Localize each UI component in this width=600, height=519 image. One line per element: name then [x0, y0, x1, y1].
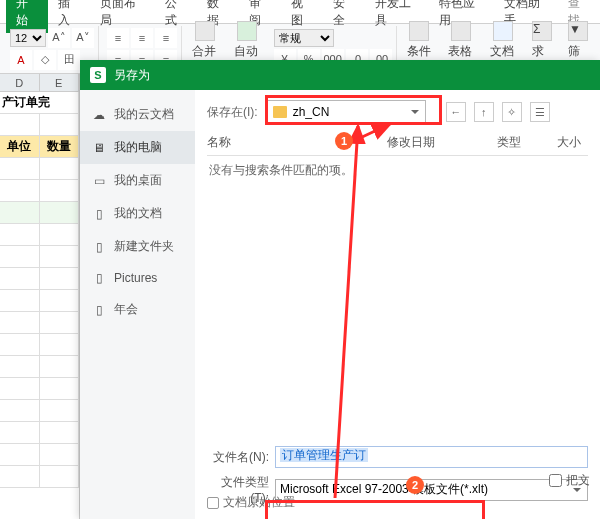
fill-color-icon[interactable]: ◇: [34, 50, 56, 70]
spreadsheet-grid[interactable]: D E 产订单完 单位数量: [0, 74, 80, 519]
folder-icon: ▯: [92, 240, 106, 254]
origin-location[interactable]: 文档原始位置: [207, 494, 295, 511]
checkbox[interactable]: [549, 474, 562, 487]
cloud-icon: ☁: [92, 108, 106, 122]
dialog-main: 保存在(I): zh_CN ← ↑ ✧ ☰ 名称 修改日期 类型 大小: [195, 90, 600, 519]
folder-icon: ▯: [92, 271, 106, 285]
folder-select[interactable]: zh_CN: [266, 100, 426, 124]
font-size-select[interactable]: 12: [10, 29, 46, 47]
empty-message: 没有与搜索条件匹配的项。: [207, 156, 588, 185]
dialog-title-bar: S 另存为: [80, 60, 600, 90]
col-e[interactable]: E: [40, 74, 80, 92]
filename-label: 文件名(N):: [207, 449, 269, 466]
folder-icon: [273, 106, 287, 118]
sidebar-item-newfolder[interactable]: ▯新建文件夹: [80, 230, 195, 263]
folder-icon: ▯: [92, 207, 106, 221]
col-name[interactable]: 名称: [207, 134, 387, 151]
sidebar-item-computer[interactable]: 🖥我的电脑: [80, 131, 195, 164]
column-headers: D E: [0, 74, 79, 92]
filename-input[interactable]: 订单管理生产订: [275, 446, 588, 468]
sidebar-item-annual[interactable]: ▯年会: [80, 293, 195, 326]
sidebar-item-documents[interactable]: ▯我的文档: [80, 197, 195, 230]
font-color-icon[interactable]: A: [10, 50, 32, 70]
sheet-title: 产订单完: [0, 92, 79, 113]
col-date[interactable]: 修改日期: [387, 134, 497, 151]
folder-icon: ▯: [92, 303, 106, 317]
computer-icon: 🖥: [92, 141, 106, 155]
dialog-title: 另存为: [114, 67, 150, 84]
hdr-qty: 数量: [40, 136, 80, 157]
col-d[interactable]: D: [0, 74, 40, 92]
sidebar-item-pictures[interactable]: ▯Pictures: [80, 263, 195, 293]
filetype-select[interactable]: Microsoft Excel 97-2003 模板文件(*.xlt): [275, 479, 588, 501]
file-list-header: 名称 修改日期 类型 大小: [207, 130, 588, 156]
col-type[interactable]: 类型: [497, 134, 557, 151]
file-list[interactable]: 没有与搜索条件匹配的项。: [207, 156, 588, 434]
folder-name: zh_CN: [293, 105, 330, 119]
col-size[interactable]: 大小: [557, 134, 588, 151]
lock-icon: [207, 497, 219, 509]
decrease-font-icon[interactable]: A˅: [72, 28, 94, 48]
newfolder-icon[interactable]: ✧: [502, 102, 522, 122]
dialog-sidebar: ☁我的云文档 🖥我的电脑 ▭我的桌面 ▯我的文档 ▯新建文件夹 ▯Picture…: [80, 90, 195, 519]
up-icon[interactable]: ↑: [474, 102, 494, 122]
hdr-unit: 单位: [0, 136, 40, 157]
sidebar-item-desktop[interactable]: ▭我的桌面: [80, 164, 195, 197]
back-icon[interactable]: ←: [446, 102, 466, 122]
number-format-select[interactable]: 常规: [274, 29, 334, 47]
app-logo-icon: S: [90, 67, 106, 83]
border-icon[interactable]: 田: [58, 50, 80, 70]
sidebar-item-cloud[interactable]: ☁我的云文档: [80, 98, 195, 131]
align-bot-icon[interactable]: ≡: [155, 28, 177, 48]
desktop-icon: ▭: [92, 174, 106, 188]
view-icon[interactable]: ☰: [530, 102, 550, 122]
align-mid-icon[interactable]: ≡: [131, 28, 153, 48]
increase-font-icon[interactable]: A˄: [48, 28, 70, 48]
save-in-label: 保存在(I):: [207, 104, 258, 121]
save-as-dialog: S 另存为 ☁我的云文档 🖥我的电脑 ▭我的桌面 ▯我的文档 ▯新建文件夹 ▯P…: [80, 60, 600, 519]
checkbox-row[interactable]: 把文: [549, 472, 590, 489]
align-top-icon[interactable]: ≡: [107, 28, 129, 48]
